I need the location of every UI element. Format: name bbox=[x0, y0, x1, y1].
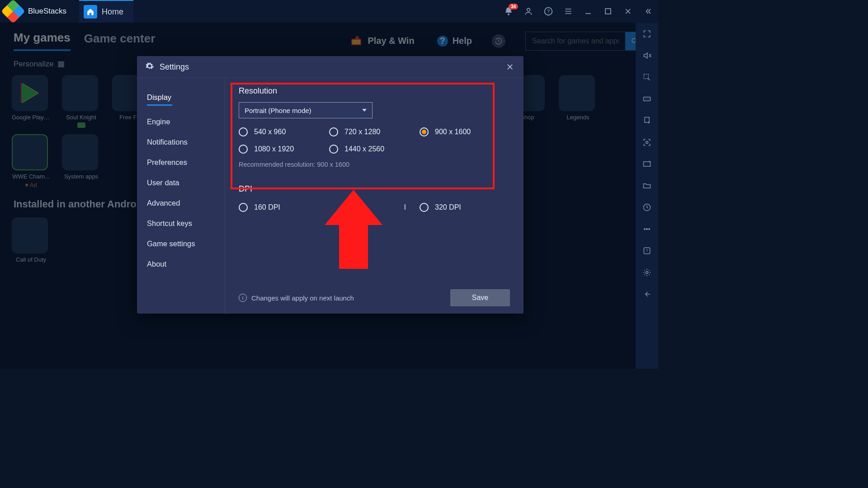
svg-point-14 bbox=[649, 229, 650, 230]
volume-icon[interactable] bbox=[642, 51, 652, 61]
screenshot-icon[interactable] bbox=[642, 159, 652, 169]
sidebar-item-about[interactable]: About bbox=[147, 254, 225, 274]
sidebar-item-preferences[interactable]: Preferences bbox=[147, 152, 225, 173]
resolution-options: 540 x 960 720 x 1280 900 x 1600 1080 x 1… bbox=[239, 127, 510, 154]
svg-text:?: ? bbox=[646, 249, 648, 253]
right-toolbar: ? bbox=[636, 23, 658, 369]
svg-rect-10 bbox=[644, 162, 651, 166]
modal-title: Settings bbox=[160, 62, 189, 72]
question-icon[interactable]: ? bbox=[642, 246, 652, 256]
info-icon: i bbox=[239, 294, 247, 302]
radio-320dpi[interactable]: 320 DPI bbox=[420, 203, 510, 212]
save-button[interactable]: Save bbox=[450, 289, 510, 306]
settings-content: Resolution Portrait (Phone mode) 540 x 9… bbox=[225, 78, 524, 314]
modal-header: Settings bbox=[137, 56, 524, 78]
settings-modal: Settings Display Engine Notifications Pr… bbox=[137, 56, 524, 314]
sidebar-item-advanced[interactable]: Advanced bbox=[147, 193, 225, 213]
svg-text:?: ? bbox=[547, 9, 550, 14]
settings-gear-icon[interactable] bbox=[642, 267, 652, 277]
resolution-mode-value: Portrait (Phone mode) bbox=[245, 107, 311, 114]
notifications-icon[interactable]: 34 bbox=[504, 6, 514, 16]
hamburger-icon[interactable] bbox=[563, 6, 573, 16]
svg-rect-4 bbox=[605, 9, 611, 14]
sidebar-item-display[interactable]: Display bbox=[147, 87, 225, 112]
sidebar-item-notifications[interactable]: Notifications bbox=[147, 132, 225, 152]
modal-footer: i Changes will apply on next launch Save bbox=[239, 289, 510, 306]
svg-point-17 bbox=[646, 272, 648, 274]
svg-point-12 bbox=[644, 229, 646, 230]
keyboard-icon[interactable] bbox=[642, 94, 652, 104]
chevron-down-icon bbox=[362, 109, 367, 112]
close-window-icon[interactable] bbox=[623, 6, 633, 16]
svg-point-9 bbox=[646, 141, 648, 144]
svg-point-0 bbox=[508, 14, 509, 15]
maximize-icon[interactable] bbox=[603, 6, 613, 16]
tab-home-label: Home bbox=[102, 7, 123, 17]
camera-focus-icon[interactable] bbox=[642, 137, 652, 147]
titlebar-controls: 34 ? bbox=[504, 6, 653, 16]
fullscreen-icon[interactable] bbox=[642, 29, 652, 39]
select-icon[interactable] bbox=[642, 72, 652, 82]
radio-540x960[interactable]: 540 x 960 bbox=[239, 127, 329, 136]
footer-info-text: Changes will apply on next launch bbox=[251, 294, 354, 302]
footer-info: i Changes will apply on next launch bbox=[239, 294, 354, 302]
account-icon[interactable] bbox=[524, 6, 533, 16]
minimize-icon[interactable] bbox=[583, 6, 593, 16]
title-bar: BlueStacks Home 34 ? bbox=[0, 0, 658, 23]
resolution-title: Resolution bbox=[239, 86, 510, 96]
sidebar-item-shortcut-keys[interactable]: Shortcut keys bbox=[147, 213, 225, 234]
radio-720x1280[interactable]: 720 x 1280 bbox=[329, 127, 420, 136]
sidebar-item-game-settings[interactable]: Game settings bbox=[147, 234, 225, 254]
settings-gear-icon bbox=[145, 61, 154, 72]
clock-icon[interactable] bbox=[642, 202, 652, 212]
radio-900x1600[interactable]: 900 x 1600 bbox=[420, 127, 510, 136]
sidebar-item-user-data[interactable]: User data bbox=[147, 173, 225, 193]
notification-badge: 34 bbox=[509, 4, 518, 9]
radio-1440x2560[interactable]: 1440 x 2560 bbox=[329, 145, 420, 154]
radio-dpi-middle[interactable]: I bbox=[329, 203, 420, 212]
folder-icon[interactable] bbox=[642, 181, 652, 191]
home-icon bbox=[84, 5, 97, 19]
install-apk-icon[interactable] bbox=[642, 116, 652, 126]
help-titlebar-icon[interactable]: ? bbox=[543, 6, 553, 16]
modal-close-button[interactable] bbox=[505, 61, 515, 72]
svg-point-1 bbox=[527, 8, 530, 11]
sidebar-item-engine[interactable]: Engine bbox=[147, 112, 225, 132]
collapse-sidebar-icon[interactable] bbox=[643, 6, 653, 16]
radio-160dpi[interactable]: 160 DPI bbox=[239, 203, 329, 212]
dpi-options: 160 DPI I 320 DPI bbox=[239, 203, 510, 212]
dpi-title: DPI bbox=[239, 184, 510, 194]
radio-488x868[interactable]: 488 x 868 bbox=[239, 145, 329, 154]
resolution-mode-dropdown[interactable]: Portrait (Phone mode) bbox=[239, 102, 373, 118]
more-icon[interactable] bbox=[642, 224, 652, 234]
resolution-hint: Recommended resolution: 900 x 1600 bbox=[239, 161, 510, 168]
settings-sidebar: Display Engine Notifications Preferences… bbox=[137, 78, 225, 314]
back-icon[interactable] bbox=[642, 289, 652, 299]
tab-home[interactable]: Home bbox=[79, 0, 133, 23]
svg-point-13 bbox=[646, 229, 648, 230]
bluestacks-logo-icon bbox=[1, 0, 25, 23]
brand-label: BlueStacks bbox=[28, 7, 66, 16]
